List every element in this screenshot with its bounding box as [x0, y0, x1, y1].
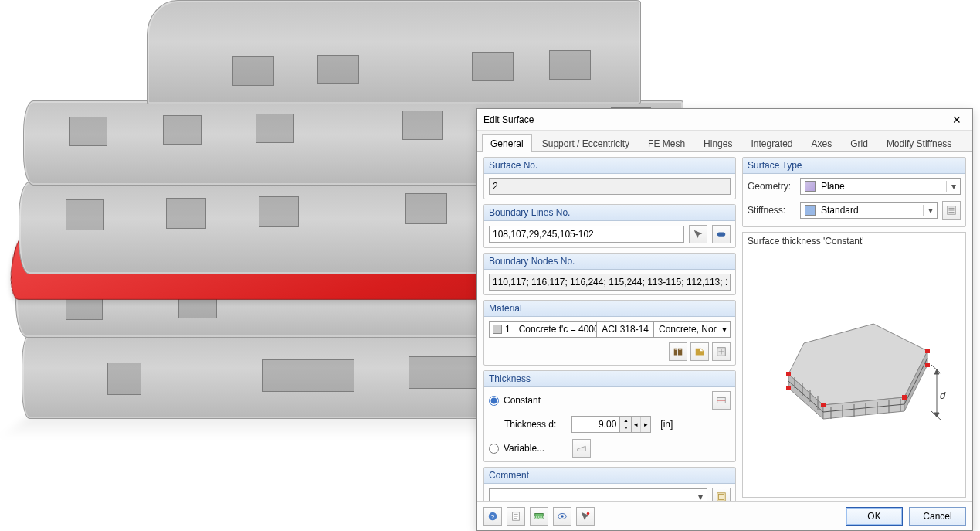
material-category: Concrete, Nor: [653, 321, 717, 338]
group-header: Surface Type: [743, 158, 965, 174]
material-swatch-icon: [493, 325, 502, 334]
svg-text:?: ?: [491, 512, 495, 520]
stepper-left-icon[interactable]: ◂: [632, 417, 641, 432]
svg-rect-27: [902, 395, 907, 400]
svg-rect-26: [821, 403, 826, 407]
material-library-button[interactable]: [669, 342, 687, 361]
tab-grid[interactable]: Grid: [842, 134, 877, 152]
window-opening: [107, 363, 141, 395]
material-edit-button[interactable]: [712, 342, 731, 361]
svg-rect-29: [786, 386, 791, 390]
window-opening: [262, 359, 354, 392]
window-opening: [402, 111, 443, 140]
thickness-unit: [in]: [660, 419, 673, 430]
svg-text:0.00: 0.00: [534, 513, 544, 519]
tab-general[interactable]: General: [482, 134, 532, 152]
tab-axes[interactable]: Axes: [803, 134, 841, 152]
group-surface-type: Surface Type Geometry: Plane ▾ Stiffness…: [742, 157, 966, 227]
surface-3d-icon: d: [758, 297, 951, 451]
group-header: Boundary Nodes No.: [484, 254, 735, 270]
tab-support-eccentricity[interactable]: Support / Eccentricity: [534, 134, 638, 152]
material-name: Concrete f'c = 4000 psi: [514, 321, 597, 338]
group-header: Thickness: [484, 371, 735, 387]
group-comment: Comment ▾: [483, 467, 736, 501]
dialog-tabs: General Support / Eccentricity FE Mesh H…: [477, 131, 972, 152]
close-icon[interactable]: ✕: [946, 112, 968, 128]
thickness-constant-details-button[interactable]: [712, 391, 731, 410]
window-opening: [232, 56, 274, 86]
select-lines-button[interactable]: [712, 225, 731, 243]
stepper-right-icon[interactable]: ▸: [641, 417, 650, 432]
group-header: Boundary Lines No.: [484, 205, 735, 221]
tab-hinges[interactable]: Hinges: [695, 134, 741, 152]
ok-button[interactable]: OK: [846, 507, 903, 526]
help-button[interactable]: ?: [483, 507, 502, 526]
thickness-preview: Surface thickness 'Constant': [742, 232, 966, 498]
window-opening: [549, 50, 591, 80]
stiffness-select[interactable]: Standard ▾: [800, 202, 938, 219]
cancel-button[interactable]: Cancel: [909, 507, 966, 526]
svg-rect-28: [925, 349, 930, 353]
boundary-lines-input[interactable]: [489, 226, 684, 243]
building-top-level: [147, 0, 641, 104]
group-material: Material 1 Concrete f'c = 4000 psi ACI 3…: [483, 300, 736, 366]
material-select[interactable]: 1 Concrete f'c = 4000 psi ACI 318-14 Con…: [489, 321, 731, 338]
boundary-nodes-input[interactable]: [489, 274, 731, 291]
pick-in-view-button[interactable]: [576, 507, 595, 526]
chevron-down-icon[interactable]: ▾: [693, 492, 707, 501]
window-opening: [163, 115, 202, 145]
comment-combo[interactable]: ▾: [489, 488, 707, 501]
thickness-variable-radio[interactable]: Variable...: [489, 443, 544, 454]
tab-modify-stiffness[interactable]: Modify Stiffness: [878, 134, 960, 152]
chevron-down-icon[interactable]: ▾: [923, 205, 937, 216]
chevron-down-icon[interactable]: ▾: [717, 321, 731, 338]
window-opening: [472, 52, 514, 81]
svg-point-44: [587, 512, 590, 515]
units-button[interactable]: 0.00: [530, 507, 548, 526]
spinner-down-icon[interactable]: ▼: [620, 424, 631, 432]
group-boundary-lines: Boundary Lines No.: [483, 204, 736, 248]
svg-rect-5: [719, 495, 724, 500]
surface-no-input[interactable]: [489, 178, 731, 195]
notes-button[interactable]: [507, 507, 525, 526]
thickness-d-label: Thickness d:: [504, 419, 556, 430]
window-opening: [166, 198, 206, 229]
dialog-title: Edit Surface: [483, 114, 534, 125]
svg-text:d: d: [940, 390, 946, 401]
thickness-d-spinner[interactable]: ▲▼ ◂▸: [571, 416, 651, 433]
svg-rect-0: [717, 232, 726, 236]
svg-rect-25: [786, 372, 791, 376]
preview-canvas: d: [743, 250, 965, 497]
plane-swatch-icon: [805, 181, 816, 192]
thickness-d-input[interactable]: [571, 416, 619, 433]
dialog-footer: ? 0.00 OK Cancel: [477, 501, 972, 530]
dialog-titlebar[interactable]: Edit Surface ✕: [477, 109, 972, 131]
tab-fe-mesh[interactable]: FE Mesh: [639, 134, 693, 152]
edit-surface-dialog: Edit Surface ✕ General Support / Eccentr…: [476, 108, 973, 531]
group-header: Surface No.: [484, 158, 735, 174]
group-header: Material: [484, 301, 735, 317]
group-boundary-nodes: Boundary Nodes No.: [483, 253, 736, 295]
window-opening: [66, 199, 104, 230]
thickness-constant-radio[interactable]: Constant: [489, 395, 541, 406]
stiffness-value: Standard: [819, 205, 923, 216]
material-new-button[interactable]: [690, 342, 709, 361]
geometry-label: Geometry:: [748, 181, 795, 192]
pick-lines-button[interactable]: [689, 225, 707, 243]
comment-pick-button[interactable]: [712, 488, 731, 501]
chevron-down-icon[interactable]: ▾: [946, 181, 960, 192]
geometry-select[interactable]: Plane ▾: [800, 178, 961, 195]
window-opening: [259, 196, 299, 227]
material-code: ACI 318-14: [596, 321, 653, 338]
spinner-up-icon[interactable]: ▲: [620, 417, 631, 424]
window-opening: [256, 114, 294, 143]
tab-integrated[interactable]: Integrated: [742, 134, 801, 152]
geometry-value: Plane: [819, 181, 946, 192]
material-index: 1: [505, 324, 510, 335]
standard-swatch-icon: [805, 205, 816, 216]
stiffness-details-button[interactable]: [942, 201, 961, 220]
visibility-button[interactable]: [553, 507, 571, 526]
preview-title: Surface thickness 'Constant': [743, 233, 965, 250]
thickness-variable-details-button[interactable]: [572, 439, 591, 458]
window-opening: [69, 117, 107, 146]
